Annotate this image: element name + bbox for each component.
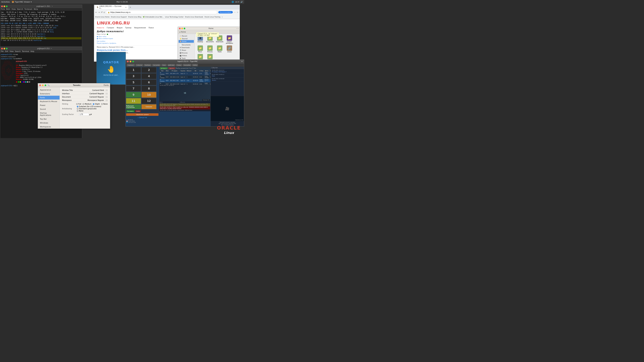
home-btn[interactable]: ⌂ <box>104 11 105 13</box>
tab-close-btn[interactable]: × <box>125 6 126 8</box>
fm-trash[interactable]: 🗑 Trash <box>178 57 194 60</box>
bookmark-icon[interactable]: ☆ <box>237 11 238 13</box>
aa-none-radio[interactable] <box>77 110 78 112</box>
bookmark-unbreakable[interactable]: 🌿 Unbreakable Linux Net... <box>143 16 164 18</box>
grid-cell-10[interactable]: 10 <box>142 92 156 98</box>
nav-forum[interactable]: Форум <box>117 27 122 29</box>
scaling-input[interactable] <box>79 113 89 116</box>
grid-cell-4[interactable]: 4 <box>142 73 156 79</box>
extensions-icon[interactable]: ⋯ <box>234 11 236 13</box>
forward-btn[interactable]: → <box>98 11 100 13</box>
vnc-btn-devices[interactable]: Приборы <box>144 64 152 66</box>
table-row[interactable]: IP камераКОЛ192.168.1.179logic-12118:29:… <box>160 72 210 75</box>
fm-documents[interactable]: 📄 Documents <box>178 43 194 46</box>
fm-music[interactable]: 🎵 Music <box>178 49 194 52</box>
process-alarm-btn[interactable]: Обработать тревоги <box>126 113 158 116</box>
max-btn-2[interactable] <box>6 48 8 49</box>
bookmark-oracle-train[interactable]: Oracle Linux Training <box>204 16 220 18</box>
min-btn[interactable] <box>4 5 5 7</box>
grid-cell-11[interactable]: 11 <box>126 98 141 104</box>
vnc-min-btn[interactable] <box>130 61 131 62</box>
menu2-edit[interactable]: Edit <box>5 50 8 52</box>
vnc-btn-zones[interactable]: Зоны <box>161 64 166 66</box>
hint-slight[interactable]: Slight <box>93 103 100 105</box>
menu2-search[interactable]: Search <box>15 50 21 52</box>
fm-starred[interactable]: ⭐ Starred <box>178 37 194 40</box>
aa-subpixel[interactable]: Subpixel (for LCD screens) <box>77 106 101 107</box>
app-name[interactable]: 🐯 TigerVNC Viewer ▾ <box>12 1 32 3</box>
remove-btn[interactable]: Снять <box>135 110 141 112</box>
menu2-terminal[interactable]: Terminal <box>22 50 29 52</box>
bookmark-oracle-dl[interactable]: Oracle Linux Downloads <box>185 16 203 18</box>
fm-min-btn[interactable] <box>181 28 183 29</box>
hint-none[interactable]: None <box>101 103 108 105</box>
table-row[interactable]: IP камераКОЛ192.168.13.102logic-12118:29… <box>160 76 210 79</box>
close-btn[interactable] <box>1 5 3 7</box>
fm-home[interactable]: 🏠 Home <box>178 40 194 43</box>
hint-none-radio[interactable] <box>101 103 103 105</box>
menu-edit[interactable]: Edit <box>6 8 10 10</box>
sidebar-windows[interactable]: Windows <box>38 121 60 125</box>
nav-news[interactable]: Новости <box>97 27 104 29</box>
fm-close-btn[interactable] <box>179 28 180 29</box>
tweaks-max-btn[interactable] <box>44 84 46 86</box>
sidebar-top-bar[interactable]: Top Bar <box>38 117 60 121</box>
vnc-max-btn[interactable] <box>132 61 134 62</box>
vnc-btn-events[interactable]: События <box>136 64 143 66</box>
hint-slight-radio[interactable] <box>93 103 94 105</box>
bookmark-oracle-support[interactable]: Oracle Linux Support <box>111 16 127 18</box>
delete-device-btn[interactable]: Удалить <box>168 67 176 69</box>
vnc-btn-screenshot[interactable]: Скриншот <box>126 64 135 66</box>
recommendation-btn[interactable]: Recommendation <box>218 11 233 13</box>
menu-search[interactable]: Search <box>17 8 23 10</box>
new-tab-btn[interactable]: + <box>129 5 132 9</box>
fm-recent[interactable]: 📋 Recent <box>178 35 194 37</box>
activities-label[interactable]: Activities <box>1 1 10 3</box>
menu2-view[interactable]: View <box>10 50 14 52</box>
sidebar-workspaces[interactable]: Workspaces <box>38 125 60 129</box>
sidebar-sound[interactable]: Sound <box>38 107 60 111</box>
max-btn[interactable] <box>6 5 8 7</box>
add-device-btn[interactable]: Добавить <box>160 67 168 69</box>
put-btn[interactable]: Поставить <box>126 110 135 112</box>
grid-cell-12[interactable]: 12 <box>142 98 156 104</box>
grid-cell-session[interactable]: Сейсмик <box>142 104 156 109</box>
grid-cell-9[interactable]: 9 <box>126 92 141 98</box>
alarm-alert[interactable]: ⚠ Дежурстве <box>126 116 159 119</box>
sidebar-extensions[interactable]: Extensions <box>38 92 60 96</box>
vnc-btn-actions[interactable]: Действия <box>167 64 175 66</box>
nav-gallery[interactable]: Галерея <box>107 27 114 29</box>
nav-search[interactable]: Поиск <box>148 27 154 29</box>
sidebar-power[interactable]: Power <box>38 103 60 107</box>
grid-cell-vibration[interactable]: Вибрация отражения <box>126 104 141 109</box>
grid-cell-3[interactable]: 3 <box>126 73 141 79</box>
menu-view[interactable]: View <box>12 8 16 10</box>
hint-medium[interactable]: Medium <box>82 103 92 105</box>
bookmark-linux-tech[interactable]: Linux Technology Center <box>165 16 184 18</box>
sidebar-startup-apps[interactable]: Startup Applications <box>38 111 60 117</box>
vnc-btn-settings[interactable]: Настройки <box>152 64 161 66</box>
menu-help[interactable]: Help <box>34 8 38 10</box>
bookmark-oracle-home[interactable]: Oracle Linux Home <box>95 16 110 18</box>
sidebar-appearance[interactable]: Appearance <box>38 88 60 92</box>
hint-full[interactable]: Full <box>76 103 81 105</box>
aa-standard-radio[interactable] <box>77 108 78 110</box>
min-btn-2[interactable] <box>4 48 5 49</box>
scaling-arrows[interactable]: ▲▼ <box>89 113 92 115</box>
nav-tracker[interactable]: Трекер <box>125 27 131 29</box>
hint-medium-radio[interactable] <box>82 103 84 105</box>
hint-full-radio[interactable] <box>76 103 78 105</box>
reload-btn[interactable]: ↺ <box>101 11 102 13</box>
fm-back-icon[interactable]: ‹ <box>237 27 237 29</box>
grid-cell-7[interactable]: 7 <box>126 86 141 91</box>
vnc-close-btn[interactable] <box>127 61 129 62</box>
vnc-btn-plans[interactable]: Планы <box>176 64 182 66</box>
table-row[interactable]: IP камераКОЛ192.168.13.103logic-12118:29… <box>160 83 210 84</box>
menu2-help[interactable]: Help <box>30 50 34 52</box>
sidebar-fonts[interactable]: Fonts <box>38 96 60 99</box>
fm-item-public[interactable]: 📁 Public <box>216 45 224 53</box>
bookmark-oracle-blog[interactable]: Oracle Linux Blog <box>128 16 142 18</box>
language-selector[interactable]: en ▾ <box>235 1 239 3</box>
back-btn[interactable]: ← <box>96 11 97 13</box>
close-btn-2[interactable] <box>1 48 3 49</box>
